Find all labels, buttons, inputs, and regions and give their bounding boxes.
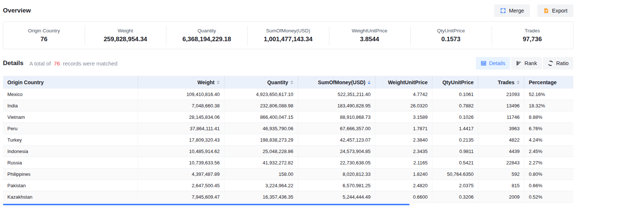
export-button[interactable]: Export	[537, 4, 573, 17]
tab-rank-label: Rank	[524, 60, 537, 66]
cell-qtyunitprice: 1.4417	[432, 123, 478, 134]
sort-carets[interactable]	[368, 81, 371, 84]
view-switcher: Details Rank Ratio	[476, 57, 573, 70]
sort-asc-icon	[290, 81, 293, 82]
column-header-weight[interactable]: Weight	[138, 76, 224, 89]
cell-sumofmoney-usd: 8,020,812.33	[298, 168, 375, 179]
stat-label: Quantity	[166, 28, 247, 33]
cell-qtyunitprice: 2.0375	[432, 180, 478, 191]
sort-asc-icon	[517, 81, 520, 82]
merge-button[interactable]: Merge	[494, 4, 530, 17]
horizontal-scrollbar-thumb[interactable]	[3, 204, 410, 205]
stat-value: 76	[3, 36, 85, 43]
merge-button-label: Merge	[509, 8, 524, 14]
stat-value: 259,828,954.34	[85, 36, 166, 43]
sort-carets[interactable]	[517, 81, 520, 84]
column-header-quantity[interactable]: Quantity	[224, 76, 298, 89]
cell-trades: 11746	[478, 111, 524, 122]
column-label: SumOfMoney(USD)	[318, 79, 365, 85]
cell-trades: 13496	[478, 100, 524, 111]
cell-quantity: 866,400,047.15	[224, 111, 298, 122]
column-label: Percentage	[529, 79, 556, 85]
cell-weightunitprice: 0.6600	[375, 191, 432, 202]
cell-sumofmoney-usd: 22,730,638.05	[298, 157, 375, 168]
stat-value: 1,001,477,143.34	[247, 36, 329, 43]
table-row: Pakistan2,647,500.453,224,964.226,570,98…	[3, 180, 573, 191]
topbar: Overview Merge Export	[3, 0, 573, 21]
column-header-weightunitprice: WeightUnitPrice	[375, 76, 432, 89]
cell-origin-country: India	[3, 100, 138, 111]
cell-trades: 592	[478, 168, 524, 179]
cell-weightunitprice: 2.3840	[375, 134, 432, 145]
cell-weight: 10,739,633.56	[138, 157, 224, 168]
sort-carets[interactable]	[290, 81, 293, 84]
cell-sumofmoney-usd: 67,666,357.00	[298, 123, 375, 134]
tab-rank[interactable]: Rank	[511, 57, 542, 70]
matched-count: 76	[54, 60, 60, 67]
cell-qtyunitprice: 0.5421	[432, 157, 478, 168]
cell-weightunitprice: 2.1165	[375, 157, 432, 168]
stat-value: 0.1573	[410, 36, 492, 43]
cell-weight: 37,864,111.41	[138, 123, 224, 134]
cell-trades: 2009	[478, 191, 524, 202]
cell-weight: 17,809,320.43	[138, 134, 224, 145]
tab-ratio[interactable]: Ratio	[543, 57, 573, 70]
ratio-icon	[548, 60, 553, 66]
table-row: Mexico109,410,816.404,923,650,617.10522,…	[3, 89, 573, 100]
column-label: Trades	[498, 79, 514, 85]
cell-trades: 22843	[478, 157, 524, 168]
cell-origin-country: Kazakhstan	[3, 191, 138, 202]
cell-sumofmoney-usd: 88,910,868.73	[298, 111, 375, 122]
sort-desc-icon	[517, 83, 520, 84]
sort-carets[interactable]	[217, 81, 220, 84]
details-table: Origin CountryWeightQuantitySumOfMoney(U…	[3, 76, 573, 203]
overview-summary-card: Origin Country76Weight259,828,954.34Quan…	[3, 21, 573, 49]
cell-percentage: 2.45%	[524, 146, 573, 157]
cell-quantity: 158.00	[224, 168, 298, 179]
cell-trades: 21093	[478, 89, 524, 100]
cell-quantity: 4,923,650,617.10	[224, 89, 298, 100]
table-row: Peru37,864,111.4146,935,790.0667,666,357…	[3, 123, 573, 134]
column-header-qtyunitprice: QtyUnitPrice	[432, 76, 478, 89]
rank-icon	[516, 60, 522, 66]
cell-qtyunitprice: 0.9811	[432, 146, 478, 157]
cell-quantity: 232,806,088.98	[224, 100, 298, 111]
column-label: Quantity	[267, 79, 288, 85]
overview-stat-weight: Weight259,828,954.34	[85, 28, 166, 43]
cell-qtyunitprice: 0.1061	[432, 89, 478, 100]
page: Overview Merge Export	[0, 0, 573, 205]
column-header-sumofmoney-usd[interactable]: SumOfMoney(USD)	[298, 76, 375, 89]
table-row: Turkey17,809,320.43198,838,273.2942,457,…	[3, 134, 573, 146]
cell-weightunitprice: 1.7871	[375, 123, 432, 134]
export-icon	[543, 8, 549, 14]
tab-details[interactable]: Details	[476, 57, 510, 70]
column-header-percentage: Percentage	[524, 76, 573, 89]
column-label: Weight	[198, 79, 215, 85]
table-row: Indonesia10,485,914.6225,048,228.8624,57…	[3, 146, 573, 157]
cell-quantity: 16,357,436.35	[224, 191, 298, 202]
tab-ratio-label: Ratio	[556, 60, 569, 66]
stat-label: QtyUnitPrice	[410, 28, 492, 33]
cell-origin-country: Mexico	[3, 89, 138, 100]
stat-label: WeightUnitPrice	[329, 28, 410, 33]
cell-weight: 4,397,487.89	[138, 168, 224, 179]
cell-quantity: 41,932,272.82	[224, 157, 298, 168]
cell-sumofmoney-usd: 522,351,211.40	[298, 89, 375, 100]
stat-value: 97,736	[492, 36, 573, 43]
table-body: Mexico109,410,816.404,923,650,617.10522,…	[3, 89, 573, 203]
stat-label: Weight	[85, 28, 166, 33]
subtitle-suffix: records were matched	[63, 60, 117, 67]
cell-weightunitprice: 3.1589	[375, 111, 432, 122]
cell-quantity: 3,224,964.22	[224, 180, 298, 191]
cell-origin-country: Pakistan	[3, 180, 138, 191]
cell-quantity: 46,935,790.06	[224, 123, 298, 134]
column-label: QtyUnitPrice	[442, 79, 474, 85]
cell-weight: 7,048,660.38	[138, 100, 224, 111]
table-row: Philippines4,397,487.89158.008,020,812.3…	[3, 168, 573, 180]
overview-stat-sumofmoney-usd: SumOfMoney(USD)1,001,477,143.34	[247, 28, 329, 43]
cell-origin-country: Turkey	[3, 134, 138, 145]
column-header-trades[interactable]: Trades	[478, 76, 524, 89]
stat-label: Trades	[492, 28, 573, 33]
sort-desc-icon	[217, 83, 220, 84]
cell-percentage: 0.80%	[524, 168, 573, 179]
